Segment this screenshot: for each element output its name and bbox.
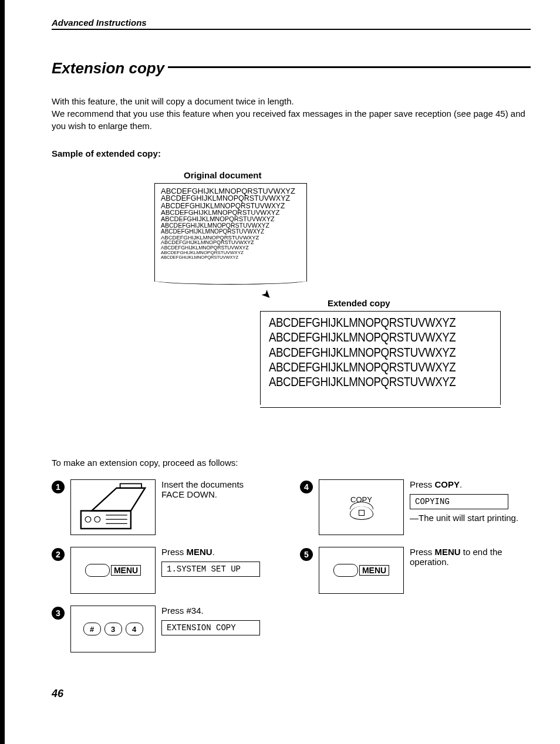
page-title-row: Extension copy bbox=[52, 59, 531, 77]
ext-box-bottom-edge bbox=[260, 404, 501, 408]
step-5-bold: MENU bbox=[435, 547, 461, 557]
step-3-text: Press #34. bbox=[161, 606, 204, 616]
ext-line: ABCDEFGHIJKLMNOPQRSTUVWXYZ bbox=[269, 360, 464, 374]
oval-button-icon bbox=[85, 564, 110, 577]
ext-line: ABCDEFGHIJKLMNOPQRSTUVWXYZ bbox=[269, 315, 464, 330]
step-number-icon: 3 bbox=[52, 607, 65, 620]
intro-paragraph-2: We recommend that you use this feature w… bbox=[52, 107, 531, 132]
step-3: 3 # 3 4 Press #34. EXTENSION COPY bbox=[52, 606, 282, 652]
step-5-illustration: MENU bbox=[319, 547, 404, 594]
original-document-box: ABCDEFGHIJKLMNOPQRSTUVWXYZ ABCDEFGHIJKLM… bbox=[154, 183, 307, 282]
indicator-icon bbox=[359, 510, 365, 516]
orig-line: ABCDEFGHIJKLMNOPQRSTUVWXYZ bbox=[161, 222, 301, 229]
svg-point-1 bbox=[85, 516, 91, 522]
lcd-display: COPYING bbox=[410, 494, 508, 509]
step-2-bold: MENU bbox=[187, 547, 212, 557]
oval-button-icon bbox=[333, 564, 358, 577]
step-4-bold: COPY bbox=[435, 479, 460, 489]
menu-key-label: MENU bbox=[111, 565, 141, 576]
digit-3-key-icon: 3 bbox=[104, 623, 122, 635]
hash-key-icon: # bbox=[83, 623, 101, 635]
step-4-text-a: Press bbox=[410, 479, 435, 489]
procedure-intro: To make an extension copy, proceed as fo… bbox=[52, 458, 531, 468]
sample-diagram: Original document ABCDEFGHIJKLMNOPQRSTUV… bbox=[52, 170, 531, 422]
menu-key-label: MENU bbox=[359, 565, 389, 576]
step-1-illustration bbox=[70, 479, 156, 535]
step-4-note: —The unit will start printing. bbox=[410, 513, 531, 523]
step-4-illustration: COPY bbox=[319, 479, 404, 535]
step-1-text-b: FACE DOWN. bbox=[161, 489, 217, 499]
orig-line: ABCDEFGHIJKLMNOPQRSTUVWXYZ bbox=[161, 229, 301, 235]
ext-line: ABCDEFGHIJKLMNOPQRSTUVWXYZ bbox=[269, 330, 464, 344]
lcd-display: EXTENSION COPY bbox=[161, 620, 260, 635]
original-document-label: Original document bbox=[184, 170, 262, 180]
title-rule bbox=[168, 66, 531, 68]
extended-copy-label: Extended copy bbox=[328, 298, 390, 308]
sample-heading: Sample of extended copy: bbox=[52, 148, 531, 158]
ext-line: ABCDEFGHIJKLMNOPQRSTUVWXYZ bbox=[269, 345, 464, 360]
copy-button-icon bbox=[350, 506, 373, 520]
step-4: 4 COPY Press COPY. COPYING —The unit wil… bbox=[300, 479, 531, 535]
step-number-icon: 1 bbox=[52, 481, 65, 493]
page-title: Extension copy bbox=[52, 59, 168, 77]
lcd-display: 1.SYSTEM SET UP bbox=[161, 562, 260, 577]
intro-paragraph-1: With this feature, the unit will copy a … bbox=[52, 95, 531, 107]
step-number-icon: 4 bbox=[300, 481, 313, 493]
orig-line: ABCDEFGHIJKLMNOPQRSTUVWXYZ bbox=[161, 255, 301, 260]
step-2-text-b: . bbox=[212, 547, 215, 557]
page-number: 46 bbox=[52, 688, 531, 700]
step-2-illustration: MENU bbox=[70, 547, 156, 594]
step-2: 2 MENU Press MENU. 1.SYSTEM SET UP bbox=[52, 547, 282, 594]
extended-copy-box: ABCDEFGHIJKLMNOPQRSTUVWXYZ ABCDEFGHIJKLM… bbox=[260, 311, 501, 405]
step-4-text-b: . bbox=[460, 479, 462, 489]
orig-line: ABCDEFGHIJKLMNOPQRSTUVWXYZ bbox=[161, 202, 301, 209]
step-1: 1 Insert the documents FACE bbox=[52, 479, 282, 535]
step-5: 5 MENU Press MENU to end the operation. bbox=[300, 547, 531, 594]
orig-box-bottom-edge bbox=[154, 280, 307, 285]
step-number-icon: 5 bbox=[300, 548, 313, 561]
ext-line: ABCDEFGHIJKLMNOPQRSTUVWXYZ bbox=[269, 374, 464, 389]
step-number-icon: 2 bbox=[52, 548, 65, 561]
section-header: Advanced Instructions bbox=[52, 18, 531, 30]
down-arrow-icon: ➤ bbox=[258, 286, 275, 303]
step-2-text-a: Press bbox=[161, 547, 187, 557]
step-3-illustration: # 3 4 bbox=[70, 606, 156, 652]
svg-point-2 bbox=[95, 516, 100, 522]
step-1-text-a: Insert the documents bbox=[161, 479, 244, 489]
fax-machine-icon bbox=[73, 482, 153, 532]
digit-4-key-icon: 4 bbox=[126, 623, 143, 635]
step-5-text-a: Press bbox=[410, 547, 435, 557]
orig-line: ABCDEFGHIJKLMNOPQRSTUVWXYZ bbox=[161, 195, 301, 202]
